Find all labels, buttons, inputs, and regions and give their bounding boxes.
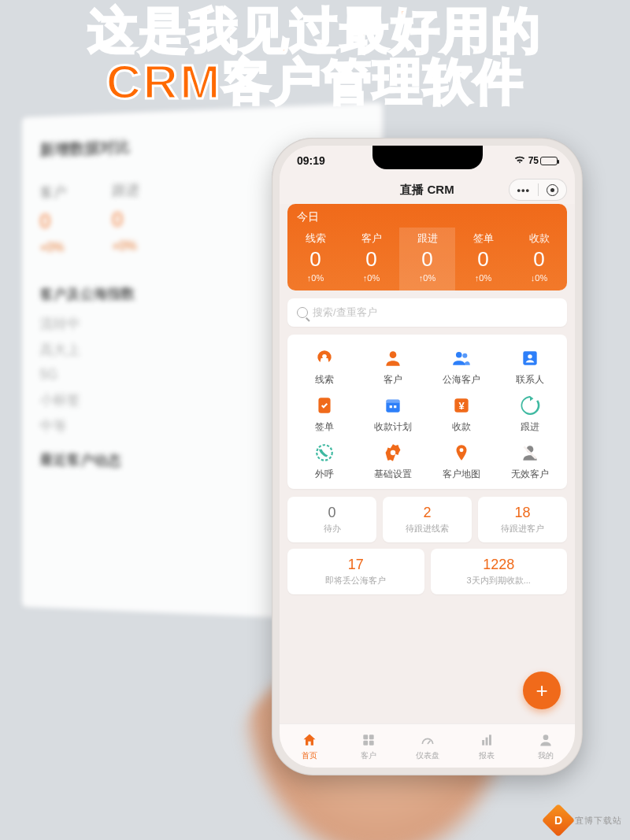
svg-rect-23	[489, 735, 491, 745]
svg-point-14	[391, 450, 396, 456]
svg-rect-20	[369, 740, 373, 745]
stat-客户[interactable]: 客户0↑0%	[343, 228, 399, 290]
nav-item-label: 签单	[315, 421, 334, 433]
contract-icon	[313, 394, 336, 417]
nav-item-label: 基础设置	[374, 468, 412, 480]
nav-item-label: 联系人	[516, 374, 544, 386]
reports-icon	[478, 731, 495, 749]
today-stats-row: 线索0↑0%客户0↑0%跟进0↑0%签单0↑0%收款0↓0%	[287, 228, 567, 290]
payment-plan-icon	[381, 394, 405, 417]
wifi-icon	[514, 155, 525, 166]
svg-point-13	[317, 445, 333, 461]
tab-label: 首页	[302, 750, 317, 761]
svg-point-3	[462, 353, 467, 358]
callout-icon	[313, 441, 336, 464]
stat-label: 客户	[343, 232, 399, 246]
home-icon	[301, 731, 318, 749]
nav-item-label: 无效客户	[511, 468, 549, 480]
tile-待跟进客户[interactable]: 18待跟进客户	[478, 497, 567, 542]
phone-screen: 09:19 75 直播 CRM ••• 今日	[280, 146, 575, 768]
nav-item-收款计划[interactable]: 收款计划	[359, 390, 428, 437]
nav-item-收款[interactable]: ¥收款	[428, 390, 496, 437]
stat-pct: ↑0%	[399, 273, 455, 283]
nav-item-基础设置[interactable]: 基础设置	[359, 437, 428, 484]
watermark-text: 宜博下载站	[575, 815, 622, 827]
stat-pct: ↑0%	[455, 273, 511, 283]
svg-point-15	[459, 448, 463, 452]
miniapp-capsule: •••	[509, 179, 567, 201]
nav-grid: 线索客户公海客户联系人签单收款计划¥收款跟进外呼基础设置客户地图无效客户	[287, 335, 567, 489]
bg-col2-value: 0	[112, 207, 139, 231]
capsule-menu-button[interactable]: •••	[510, 184, 538, 196]
nav-item-签单[interactable]: 签单	[291, 390, 359, 437]
tile-value: 18	[481, 505, 564, 521]
stat-签单[interactable]: 签单0↑0%	[455, 228, 511, 290]
lead-icon	[313, 346, 336, 370]
tile-待办[interactable]: 0待办	[287, 497, 376, 542]
tab-label: 报表	[479, 750, 495, 761]
promo-headline-line2: CRM客户管理软件	[0, 56, 630, 107]
svg-point-1	[390, 351, 397, 358]
miniapp-title-bar: 直播 CRM •••	[280, 176, 575, 204]
tile-待跟进线索[interactable]: 2待跟进线索	[383, 497, 472, 542]
svg-rect-10	[394, 405, 396, 408]
main-content: 今日 线索0↑0%客户0↑0%跟进0↑0%签单0↑0%收款0↓0% 搜索/查重客…	[280, 204, 575, 723]
tile-label: 待跟进客户	[481, 523, 564, 535]
capsule-close-button[interactable]	[539, 184, 567, 196]
nav-item-联系人[interactable]: 联系人	[495, 342, 564, 390]
tab-mine[interactable]: 我的	[516, 724, 575, 768]
promo-headline: 这是我见过最好用的 CRM客户管理软件	[0, 5, 630, 107]
nav-item-label: 客户地图	[443, 468, 480, 480]
search-placeholder: 搜索/查重客户	[313, 305, 377, 320]
stat-label: 签单	[455, 232, 511, 246]
nav-item-线索[interactable]: 线索	[291, 342, 359, 390]
tile-即将丢公海客户[interactable]: 17即将丢公海客户	[287, 549, 424, 594]
nav-row: 外呼基础设置客户地图无效客户	[291, 437, 564, 484]
battery-level: 75	[528, 155, 539, 166]
invalid-icon	[518, 441, 542, 464]
today-title: 今日	[287, 204, 567, 228]
watermark: D 宜博下载站	[547, 809, 622, 832]
svg-point-2	[456, 352, 462, 358]
customers-icon	[360, 731, 377, 749]
tab-reports[interactable]: 报表	[457, 724, 516, 768]
bg-col1-pct: +0%	[39, 240, 66, 254]
svg-rect-17	[363, 735, 368, 739]
tile-3天内到期收款...[interactable]: 12283天内到期收款...	[431, 549, 568, 594]
svg-rect-19	[363, 740, 368, 745]
nav-item-客户[interactable]: 客户	[359, 342, 428, 390]
nav-item-无效客户[interactable]: 无效客户	[495, 437, 564, 484]
search-input[interactable]: 搜索/查重客户	[287, 298, 567, 327]
tab-label: 仪表盘	[416, 750, 439, 761]
mine-icon	[537, 731, 554, 749]
tile-label: 待办	[291, 523, 373, 535]
battery-icon: 75	[528, 155, 558, 166]
tab-home[interactable]: 首页	[280, 724, 339, 768]
nav-item-跟进[interactable]: 跟进	[495, 390, 564, 437]
tab-label: 客户	[361, 750, 376, 761]
stat-pct: ↓0%	[511, 273, 567, 283]
nav-item-label: 公海客户	[443, 374, 480, 386]
stat-收款[interactable]: 收款0↓0%	[511, 228, 567, 290]
tab-dashboard[interactable]: 仪表盘	[398, 724, 457, 768]
stat-label: 跟进	[399, 232, 455, 246]
nav-item-公海客户[interactable]: 公海客户	[428, 342, 496, 390]
add-button[interactable]: +	[523, 672, 561, 709]
stat-pct: ↑0%	[343, 273, 399, 283]
bg-col2-pct: +0%	[112, 239, 139, 253]
stat-跟进[interactable]: 跟进0↑0%	[399, 228, 455, 290]
notch	[372, 146, 483, 169]
search-icon	[297, 307, 308, 318]
tab-customers[interactable]: 客户	[339, 724, 398, 768]
stat-value: 0	[455, 247, 511, 272]
contact-icon	[518, 346, 542, 370]
svg-rect-18	[369, 735, 373, 739]
svg-rect-21	[482, 740, 484, 746]
nav-item-外呼[interactable]: 外呼	[291, 437, 359, 484]
tile-value: 2	[386, 505, 469, 521]
svg-point-24	[543, 735, 548, 740]
nav-item-客户地图[interactable]: 客户地图	[428, 437, 496, 484]
stat-线索[interactable]: 线索0↑0%	[287, 228, 343, 290]
map-icon	[450, 441, 473, 464]
tile-value: 1228	[434, 557, 565, 573]
